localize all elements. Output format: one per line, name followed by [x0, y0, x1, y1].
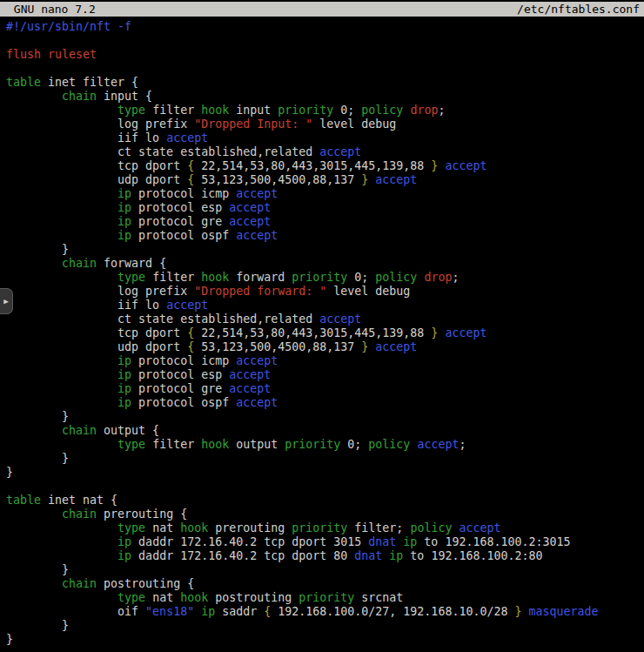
code-line: ip protocol ospf accept [6, 396, 644, 410]
code-token: { [187, 173, 194, 186]
code-token: ct state established,related [6, 313, 319, 326]
code-token: oif [6, 605, 145, 618]
code-line: ct state established,related accept [6, 145, 644, 159]
code-token [6, 535, 117, 548]
code-token: log prefix [6, 285, 194, 298]
code-line: ip daddr 172.16.40.2 tcp dport 3015 dnat… [6, 535, 644, 549]
code-token: iif lo [6, 131, 166, 145]
code-token: chain [62, 257, 97, 270]
code-line: flush ruleset [6, 48, 644, 62]
code-token: protocol gre [131, 382, 229, 395]
code-token: accept [229, 215, 271, 228]
code-token [6, 396, 117, 409]
code-token: ip [389, 549, 403, 562]
code-token: ip [117, 215, 131, 228]
code-line: iif lo accept [6, 131, 644, 145]
code-token: "Dropped forward: " [194, 285, 326, 298]
chevron-right-icon: ▶ [3, 298, 8, 306]
code-token: priority [278, 104, 333, 117]
code-token: ip [117, 368, 131, 381]
code-token: ip [117, 382, 131, 395]
code-token: accept [236, 229, 278, 242]
code-line: type filter hook output priority 0; poli… [6, 438, 644, 452]
code-token: ip [117, 535, 131, 548]
code-token: accept [459, 521, 500, 534]
code-token: } [6, 619, 69, 632]
code-token: chain [62, 507, 97, 521]
code-line: type filter hook forward priority 0; pol… [6, 271, 644, 285]
code-line: log prefix "Dropped Input: " level debug [6, 118, 644, 131]
code-token [6, 577, 62, 590]
code-token: tcp dport [6, 159, 187, 172]
code-token: accept [236, 187, 278, 200]
code-token: to 192.168.100.2:3015 [417, 535, 570, 548]
code-token: { [187, 159, 194, 172]
code-token: ; [438, 104, 445, 117]
code-token: accept [236, 396, 278, 409]
code-token: nat [145, 521, 180, 534]
code-line: } [6, 243, 644, 257]
code-token: priority [292, 271, 347, 284]
code-token: accept [445, 326, 486, 339]
code-token: forward { [97, 257, 166, 270]
code-line: type nat hook postrouting priority srcna… [6, 591, 644, 605]
side-panel-toggle[interactable]: ▶ [0, 288, 13, 314]
nano-titlebar: GNU nano 7.2 /etc/nftables.conf [0, 2, 644, 17]
file-path: /etc/nftables.conf [517, 2, 640, 17]
code-token: output { [97, 424, 159, 437]
code-line: ip protocol icmp accept [6, 354, 644, 368]
code-token: 192.168.100.0/27, 192.168.10.0/28 [271, 605, 514, 618]
code-line: iif lo accept [6, 299, 644, 313]
code-token: protocol ospf [131, 229, 236, 242]
code-token [6, 90, 62, 103]
code-token: accept [375, 340, 417, 353]
code-token [6, 215, 117, 228]
code-token: 53,123,500,4500,88,137 [194, 340, 361, 353]
code-line: } [6, 619, 644, 633]
code-token: ip [403, 535, 417, 548]
code-token: protocol icmp [131, 187, 236, 200]
code-token: input { [97, 90, 152, 103]
code-token: ip [117, 201, 131, 214]
code-token: hook [201, 104, 229, 117]
code-token: filter [145, 271, 201, 284]
editor-buffer[interactable]: #!/usr/sbin/nft -fflush rulesettable ine… [6, 20, 644, 652]
code-token: tcp dport [6, 326, 187, 339]
code-line: table inet filter { [6, 76, 644, 90]
code-token: priority [292, 521, 347, 534]
code-line [6, 34, 644, 48]
code-token: accept [166, 131, 208, 145]
code-token: ip [117, 229, 131, 242]
code-line: } [6, 452, 644, 466]
code-line: tcp dport { 22,514,53,80,443,3015,445,13… [6, 159, 644, 173]
code-token: type [117, 591, 145, 604]
code-token: accept [417, 438, 459, 451]
code-line: udp dport { 53,123,500,4500,88,137 } acc… [6, 340, 644, 354]
code-token: policy [375, 271, 417, 284]
code-token: hook [201, 438, 229, 451]
code-token: dnat [354, 549, 382, 562]
code-token: accept [445, 159, 486, 172]
code-token: chain [62, 90, 97, 103]
code-token: "Dropped Input: " [194, 118, 312, 131]
code-token: 0; [347, 271, 375, 284]
code-token: accept [236, 354, 278, 367]
code-token: accept [375, 173, 417, 186]
code-token: "ens18" [145, 605, 194, 618]
code-token: policy [368, 438, 410, 451]
code-line: udp dport { 53,123,500,4500,88,137 } acc… [6, 173, 644, 187]
code-line: #!/usr/sbin/nft -f [6, 20, 644, 34]
code-token: ip [117, 396, 131, 409]
code-line: chain forward { [6, 257, 644, 271]
code-token: hook [201, 271, 229, 284]
code-token: ct state established,related [6, 145, 319, 158]
code-token: protocol ospf [131, 396, 236, 409]
code-token: postrouting [208, 591, 299, 604]
code-token: priority [285, 438, 340, 451]
code-token: iif lo [6, 299, 166, 312]
code-token: } [6, 466, 13, 479]
code-token: ; [452, 271, 459, 284]
code-token [6, 104, 117, 117]
code-token: priority [299, 591, 354, 604]
code-token [6, 257, 62, 270]
